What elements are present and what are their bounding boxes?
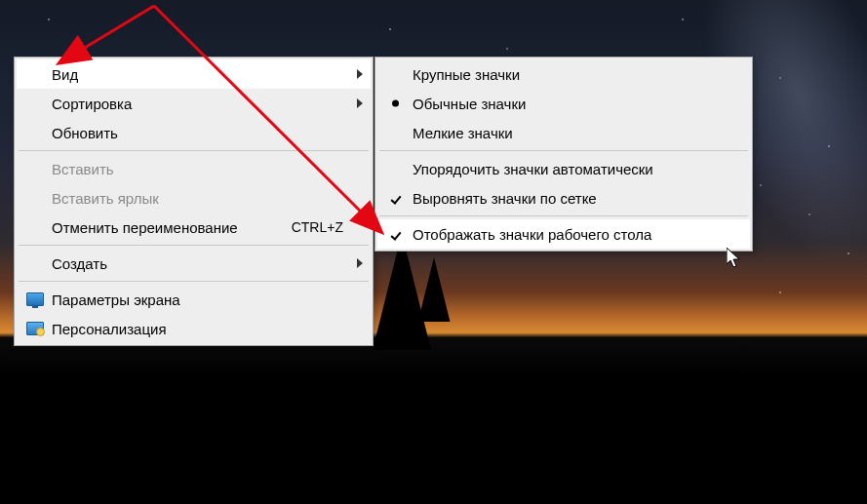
menu-label: Создать [52,255,107,272]
menu-separator [379,215,748,216]
check-icon [389,191,403,205]
menu-item-paste: Вставить [17,154,371,183]
menu-label: Вид [52,66,78,83]
menu-item-medium-icons[interactable]: Обычные значки [377,89,750,118]
check-icon [389,227,403,241]
menu-label: Вставить ярлык [52,190,159,207]
menu-label: Упорядочить значки автоматически [413,161,653,177]
menu-item-align-grid[interactable]: Выровнять значки по сетке [377,183,750,213]
menu-item-show-desktop-icons[interactable]: Отображать значки рабочего стола [377,219,750,249]
menu-item-paste-shortcut: Вставить ярлык [17,183,371,213]
menu-label: Выровнять значки по сетке [413,190,597,207]
menu-item-small-icons[interactable]: Мелкие значки [377,118,750,147]
menu-separator [19,281,369,282]
menu-item-undo-rename[interactable]: Отменить переименование CTRL+Z [17,213,371,242]
chevron-right-icon [357,98,363,108]
menu-label: Обновить [52,125,118,141]
menu-separator [379,150,748,151]
menu-label: Мелкие значки [413,125,513,141]
menu-item-large-icons[interactable]: Крупные значки [377,59,750,89]
menu-item-personalize[interactable]: Персонализация [17,314,371,343]
chevron-right-icon [357,69,363,79]
display-icon [26,292,44,306]
menu-label: Отображать значки рабочего стола [413,226,651,243]
personalize-icon [26,322,44,335]
menu-label: Отменить переименование [52,219,238,236]
menu-label: Вставить [52,161,114,177]
radio-icon [392,100,399,107]
menu-item-display-settings[interactable]: Параметры экрана [17,285,371,314]
menu-label: Параметры экрана [52,291,180,308]
menu-label: Персонализация [52,321,167,337]
menu-item-new[interactable]: Создать [17,249,371,278]
chevron-right-icon [357,258,363,268]
menu-item-refresh[interactable]: Обновить [17,118,371,147]
context-menu-main: Вид Сортировка Обновить Вставить Вставит… [14,57,374,346]
menu-shortcut: CTRL+Z [292,219,343,235]
menu-label: Крупные значки [413,66,520,83]
menu-item-auto-arrange[interactable]: Упорядочить значки автоматически [377,154,750,183]
context-menu-view-submenu: Крупные значки Обычные значки Мелкие зна… [374,57,753,252]
menu-item-sort[interactable]: Сортировка [17,89,371,118]
menu-separator [19,150,369,151]
menu-separator [19,245,369,246]
menu-label: Сортировка [52,96,132,112]
menu-item-view[interactable]: Вид [17,59,371,89]
menu-label: Обычные значки [413,96,526,112]
